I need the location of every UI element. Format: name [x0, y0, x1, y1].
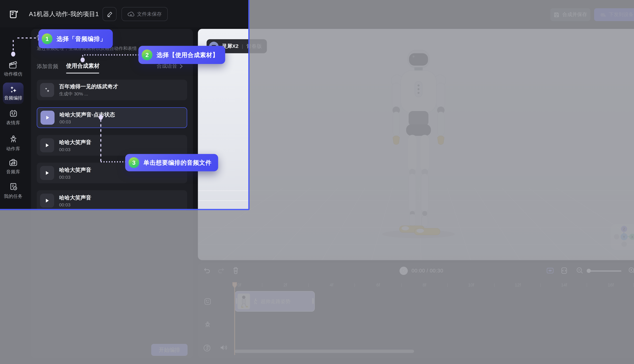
- sidebar-label: 动作库: [6, 146, 20, 152]
- axis-z[interactable]: Z: [621, 226, 627, 232]
- ruler-label: 10f: [468, 282, 474, 287]
- tutorial-step-2: 2 选择【使用合成素材】: [138, 46, 225, 64]
- sidebar-item-expression-lib[interactable]: 表情库: [0, 109, 27, 126]
- rename-button[interactable]: [102, 7, 117, 21]
- audio-item-duration: 00:03: [60, 119, 115, 124]
- ruler-tick: [262, 283, 262, 287]
- ruler-label: 12f: [515, 282, 521, 287]
- audio-item[interactable]: 哈哈大笑声音 00:03: [37, 135, 187, 156]
- timeline-toolbar: 00:00 / 00:30: [198, 264, 634, 278]
- person-icon: [9, 135, 18, 144]
- sidebar-label: 动作模仿: [4, 71, 23, 77]
- sidebar-item-audio-lib[interactable]: 音频库: [0, 158, 27, 175]
- axis-y[interactable]: Y: [620, 233, 627, 240]
- ruler-label: 4f: [330, 282, 333, 287]
- ruler-tick: [447, 283, 448, 287]
- audio-item-texts: 哈哈大笑声音-点击状态 00:03: [60, 111, 115, 124]
- step-text: 单击想要编排的音频文件: [143, 159, 212, 166]
- undo-icon[interactable]: [204, 267, 211, 274]
- audio-arrange-panel: 音频编排 通过音频处理，生成音频素材以及融合动作和表情 添加音频 使用合成素材 …: [31, 29, 193, 358]
- sidebar-item-motion-mimic[interactable]: 动作模仿: [0, 61, 27, 77]
- ruler-label: 14f: [561, 282, 567, 287]
- axis-neg-z[interactable]: [621, 242, 627, 247]
- ruler-label: 0f: [238, 282, 241, 287]
- clip-label: 超帅走路姿势: [261, 298, 290, 305]
- file-unsaved-button[interactable]: 文件未保存: [122, 7, 168, 21]
- timeline-clip-motion[interactable]: 超帅走路姿势: [235, 291, 315, 312]
- clapperboard-icon: [9, 61, 18, 69]
- audio-item-title: 哈哈大笑声音: [59, 166, 91, 174]
- ruler-label: 16f: [608, 282, 614, 287]
- cloud-unsaved-icon: [127, 11, 134, 17]
- audio-item-title: 哈哈大笑声音-点击状态: [60, 111, 115, 118]
- speaker-icon[interactable]: [220, 344, 227, 351]
- app-window: A1机器人动作-我的项目1 文件未保存 合成并保存 下发到设备: [0, 0, 634, 364]
- audio-item[interactable]: 哈哈大笑声音 00:03: [37, 190, 187, 211]
- timeline-zoom-handle[interactable]: [587, 269, 591, 273]
- timeline-zoom-slider[interactable]: [588, 270, 621, 272]
- ruler-label: 6f: [376, 282, 380, 287]
- sidebar-item-audio-arrange[interactable]: 音频编排: [3, 82, 24, 104]
- top-bar: A1机器人动作-我的项目1 文件未保存 合成并保存 下发到设备: [0, 0, 634, 27]
- play-icon[interactable]: [40, 194, 54, 208]
- badge-divider: |: [242, 43, 243, 49]
- deploy-label: 下发到设备: [609, 11, 633, 18]
- track-divider: [198, 336, 634, 336]
- ruler-tick: [355, 283, 355, 287]
- clip-thumbnail: [238, 294, 250, 309]
- play-icon[interactable]: [40, 166, 54, 180]
- save-and-merge-button[interactable]: 合成并保存: [550, 8, 590, 21]
- play-icon: [402, 269, 406, 273]
- trash-icon[interactable]: [232, 267, 239, 274]
- ruler-tick: [587, 283, 587, 287]
- ruler-tick: [540, 283, 541, 287]
- robot-viewport[interactable]: 灵犀X2 | 青春版 Z Y X: [198, 29, 634, 260]
- zoom-out-icon[interactable]: [576, 267, 583, 274]
- play-icon[interactable]: [40, 138, 54, 152]
- ruler-label: 8f: [423, 282, 426, 287]
- audio-item-duration: 00:03: [59, 147, 91, 152]
- step-number: 1: [42, 34, 53, 44]
- playhead-line[interactable]: [234, 288, 235, 355]
- sidebar-label: 音频库: [6, 169, 20, 175]
- tab-use-synth-material[interactable]: 使用合成素材: [66, 62, 100, 70]
- redo-icon[interactable]: [217, 267, 224, 274]
- save-icon: [554, 12, 559, 18]
- playhead-marker[interactable]: [232, 282, 238, 288]
- face-track-icon[interactable]: [204, 298, 211, 305]
- audio-item-title: 百年难得一见的练武奇才: [59, 83, 118, 90]
- audio-item-generating[interactable]: 百年难得一见的练武奇才 生成中 30% ...: [37, 80, 187, 100]
- audio-item-title: 哈哈大笑声音: [59, 139, 91, 146]
- tab-add-audio[interactable]: 添加音频: [37, 63, 58, 70]
- start-arrange-button[interactable]: 开始编排: [151, 344, 188, 356]
- motion-track-icon[interactable]: [204, 321, 211, 328]
- timeline-hscrollbar[interactable]: [235, 350, 414, 353]
- sidebar-item-my-tasks[interactable]: 我的任务: [0, 182, 27, 200]
- app-logo-icon: [8, 8, 20, 20]
- audio-item-texts: 哈哈大笑声音 00:03: [59, 194, 91, 207]
- audio-item-selected[interactable]: 哈哈大笑声音-点击状态 00:03: [37, 107, 187, 128]
- snap-toggle-icon[interactable]: [547, 268, 554, 274]
- clip-trim-handle-right[interactable]: [312, 298, 313, 304]
- deploy-to-device-button[interactable]: 下发到设备: [594, 8, 634, 21]
- walking-icon: [253, 298, 258, 304]
- play-icon[interactable]: [41, 110, 55, 125]
- sidebar-label: 我的任务: [4, 193, 23, 200]
- ruler-tick: [401, 283, 402, 287]
- axis-gizmo[interactable]: Z Y X: [611, 224, 634, 250]
- audio-item-status: 生成中 30% ...: [59, 91, 118, 97]
- sidebar-item-motion-lib[interactable]: 动作库: [0, 135, 27, 152]
- edit-pencil-icon: [106, 11, 113, 17]
- axis-neg-x[interactable]: [614, 234, 619, 239]
- ruler-tick: [308, 283, 309, 287]
- play-button[interactable]: [400, 267, 408, 275]
- sidebar-label: 音频编排: [4, 95, 22, 101]
- clip-trim-handle-left[interactable]: [236, 298, 237, 304]
- tutorial-step-1: 1 选择「音频编排」: [39, 29, 113, 48]
- step-number: 3: [128, 157, 139, 168]
- fit-width-icon[interactable]: [561, 267, 567, 274]
- audio-item-title: 哈哈大笑声音: [59, 194, 91, 201]
- robot-face-icon: [9, 109, 18, 118]
- zoom-in-icon[interactable]: [628, 267, 634, 274]
- audio-track-icon[interactable]: [203, 344, 211, 352]
